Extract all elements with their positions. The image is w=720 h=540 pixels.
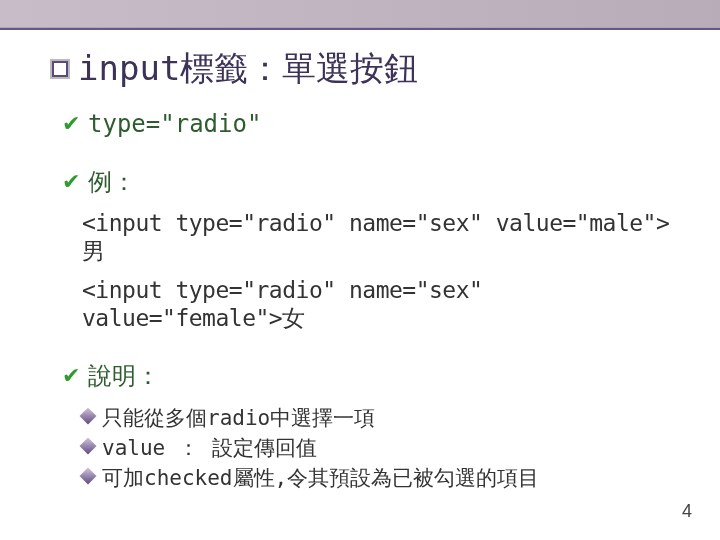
title-row: input標籤：單選按鈕 xyxy=(52,46,680,92)
code-line-female: <input type="radio" name="sex" value="fe… xyxy=(82,277,680,334)
bullet-explanation: ✔ 說明： xyxy=(62,360,680,392)
diamond-icon xyxy=(80,408,97,425)
bullet-text: type="radio" xyxy=(88,110,261,138)
bullet-type: ✔ type="radio" xyxy=(62,110,680,138)
code-line-male: <input type="radio" name="sex" value="ma… xyxy=(82,210,680,267)
page-number: 4 xyxy=(682,501,692,522)
explanation-item-2: value ： 設定傳回值 xyxy=(82,434,680,462)
explanation-item-3: 可加checked屬性,令其預設為已被勾選的項目 xyxy=(82,464,680,492)
explanation-text: value ： 設定傳回值 xyxy=(102,434,317,462)
check-icon: ✔ xyxy=(62,363,80,389)
bullet-example: ✔ 例： xyxy=(62,166,680,198)
top-purple-line xyxy=(0,28,720,30)
explanation-text: 只能從多個radio中選擇一項 xyxy=(102,404,375,432)
diamond-icon xyxy=(80,438,97,455)
explanation-label: 說明： xyxy=(88,360,160,392)
diamond-icon xyxy=(80,468,97,485)
check-icon: ✔ xyxy=(62,169,80,195)
slide-title: input標籤：單選按鈕 xyxy=(78,46,418,92)
bullet-text: 例： xyxy=(88,166,136,198)
top-decorative-bar xyxy=(0,0,720,28)
title-bullet-icon xyxy=(52,61,68,77)
explanation-text: 可加checked屬性,令其預設為已被勾選的項目 xyxy=(102,464,539,492)
slide-content: input標籤：單選按鈕 ✔ type="radio" ✔ 例： <input … xyxy=(0,46,720,492)
explanation-item-1: 只能從多個radio中選擇一項 xyxy=(82,404,680,432)
check-icon: ✔ xyxy=(62,111,80,137)
